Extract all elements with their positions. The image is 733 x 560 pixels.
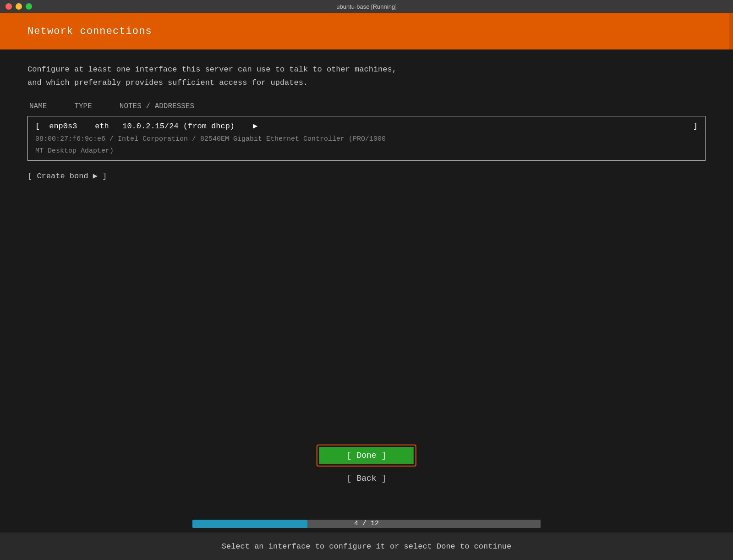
buttons-area: [ Done ] [ Back ] [317, 445, 416, 487]
minimize-button[interactable] [16, 3, 22, 10]
col-type: TYPE [74, 101, 92, 113]
expand-arrow-icon: ▶ [253, 120, 257, 132]
bracket-open: [ [35, 120, 40, 132]
content-area: Configure at least one interface this se… [0, 49, 733, 560]
description-line1: Configure at least one interface this se… [27, 63, 706, 77]
col-name: NAME [29, 101, 47, 113]
interface-type: eth [95, 120, 113, 132]
done-button[interactable]: [ Done ] [319, 447, 414, 464]
close-button[interactable] [5, 3, 12, 10]
create-bond-entry[interactable]: [ Create bond ▶ ] [27, 170, 107, 182]
network-interface-entry[interactable]: [ enp0s3 eth 10.0.2.15/24 (from dhcp) ▶ … [27, 116, 706, 160]
traffic-lights [5, 3, 32, 10]
window-chrome: ubuntu-base [Running] [0, 0, 733, 13]
network-entry-detail-line1: 08:00:27:f6:9c:e6 / Intel Corporation / … [35, 134, 698, 145]
bracket-close: ] [693, 120, 698, 132]
progress-label: 4 / 12 [354, 518, 379, 529]
done-button-wrapper: [ Done ] [317, 445, 416, 467]
progress-bar-fill [192, 520, 307, 528]
header-bar-right-border [729, 13, 733, 49]
description-line2: and which preferably provides sufficient… [27, 77, 706, 90]
header-title: Network connections [27, 26, 152, 37]
interface-name: enp0s3 [49, 120, 86, 132]
interface-address: 10.0.2.15/24 (from dhcp) [122, 120, 235, 132]
window-title: ubuntu-base [Running] [336, 3, 397, 10]
progress-bar-container: 4 / 12 [192, 520, 541, 528]
back-button[interactable]: [ Back ] [319, 470, 414, 487]
table-header: NAME TYPE NOTES / ADDRESSES [27, 101, 706, 113]
header-bar: Network connections [0, 13, 733, 49]
maximize-button[interactable] [26, 3, 32, 10]
status-text: Select an interface to configure it or s… [222, 542, 512, 551]
status-bar: Select an interface to configure it or s… [0, 533, 733, 560]
description-text: Configure at least one interface this se… [27, 63, 706, 90]
network-entry-detail-line2: MT Desktop Adapter) [35, 146, 698, 157]
progress-area: 4 / 12 [192, 520, 541, 528]
col-notes: NOTES / ADDRESSES [120, 101, 194, 113]
network-entry-main: [ enp0s3 eth 10.0.2.15/24 (from dhcp) ▶ … [35, 120, 698, 132]
vm-screen: Network connections Configure at least o… [0, 13, 733, 560]
